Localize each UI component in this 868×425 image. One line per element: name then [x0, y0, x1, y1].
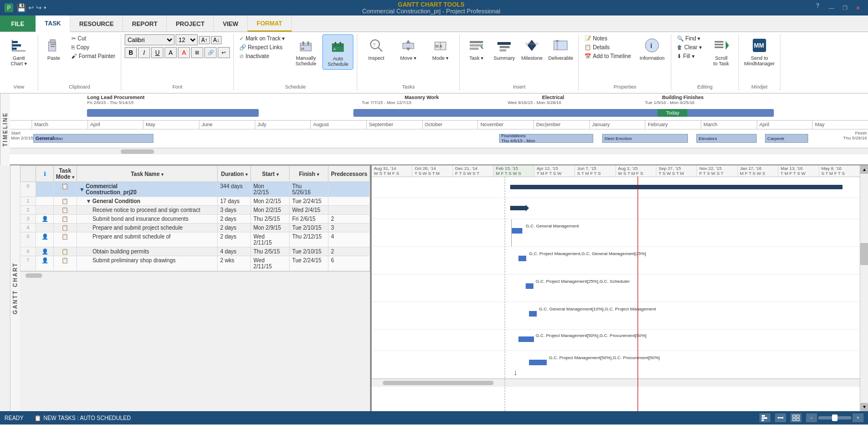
tab-task[interactable]: TASK: [36, 15, 70, 32]
view-gantt-button[interactable]: [759, 413, 771, 422]
table-row[interactable]: 0 📋 ▼ CommercialConstruction_prj20 344 d…: [20, 182, 370, 197]
highlight-button[interactable]: A: [165, 47, 177, 58]
col-header-duration: Duration ▾: [218, 166, 251, 182]
font-size-select[interactable]: 12: [176, 34, 198, 45]
copy-icon: ⎘: [71, 44, 75, 50]
expand-icon-0[interactable]: ▼: [79, 186, 85, 193]
add-to-timeline-button[interactable]: 📅 Add to Timeline: [582, 52, 633, 60]
chart-hscroll[interactable]: [372, 379, 860, 387]
format-cells-button[interactable]: ⊞: [191, 47, 203, 58]
cut-button[interactable]: ✂ Cut: [69, 34, 117, 43]
scroll-to-task-button[interactable]: Scrollto Task: [707, 34, 735, 69]
font-size-up-icon[interactable]: A↑: [199, 36, 210, 44]
mode-button[interactable]: M A Mode ▾: [425, 34, 456, 63]
scroll-up-button[interactable]: ▲: [860, 165, 868, 174]
vertical-scrollbar[interactable]: ▲ ▼: [860, 165, 868, 411]
mark-on-track-button[interactable]: ✓ Mark on Track ▾: [237, 34, 287, 43]
chart-resource-3: G.C. Project Management,G.C. General Man…: [529, 251, 646, 256]
scroll-thumb[interactable]: [860, 243, 868, 265]
chart-row-1: [372, 198, 860, 219]
deliverable-button[interactable]: Deliverable: [546, 34, 575, 63]
zoom-in-button[interactable]: +: [852, 413, 864, 422]
zoom-slider[interactable]: [818, 416, 851, 419]
scroll-down-button[interactable]: ▼: [860, 403, 868, 411]
view-group-content: GanttChart ▾: [3, 34, 34, 91]
details-button[interactable]: 📋 Details: [582, 43, 633, 51]
paste-button[interactable]: Paste: [42, 34, 66, 63]
extra-btn[interactable]: ↩: [218, 47, 230, 58]
table-row[interactable]: 3 👤 📋 Submit bond and insurance document…: [20, 215, 370, 224]
quick-access-toolbar[interactable]: 💾 ↩ ↪ ▾: [17, 3, 47, 12]
font-name-select[interactable]: Calibri: [125, 34, 174, 45]
svg-rect-6: [50, 40, 55, 43]
font-color-button[interactable]: A: [178, 47, 190, 58]
tab-view[interactable]: VIEW: [214, 15, 248, 32]
tab-report[interactable]: REPORT: [123, 15, 167, 32]
notes-label: Notes: [593, 35, 607, 42]
milestone-button[interactable]: Milestone: [518, 34, 545, 63]
move-label: Move ▾: [400, 55, 417, 61]
tab-file[interactable]: FILE: [0, 15, 36, 32]
row-info-4: [36, 224, 54, 232]
auto-schedule-btn[interactable]: A AutoSchedule: [322, 34, 353, 70]
redo-icon[interactable]: ↪: [36, 4, 42, 12]
table-row[interactable]: 1 📋 ▼ General Condition 17 days Mon 2/2/…: [20, 197, 370, 206]
deliverable-label: Deliverable: [548, 55, 573, 61]
row-name-3: Submit bond and insurance documents: [76, 215, 218, 224]
tl-hscroll-thumb[interactable]: [121, 149, 154, 154]
zoom-thumb[interactable]: [832, 414, 838, 421]
tl-hscroll[interactable]: [10, 148, 868, 154]
inspect-button[interactable]: ? Inspect: [361, 34, 392, 63]
find-button[interactable]: 🔍 Find ▾: [675, 34, 704, 43]
underline-button[interactable]: U: [151, 47, 163, 58]
minimize-button[interactable]: —: [826, 2, 837, 13]
tab-format[interactable]: FORMAT: [248, 15, 291, 32]
table-row[interactable]: 4 📋 Prepare and submit project schedule …: [20, 224, 370, 232]
svg-text:?: ?: [373, 42, 376, 48]
zoom-out-button[interactable]: −: [806, 413, 817, 422]
gantt-table-hscroll[interactable]: [20, 271, 370, 279]
format-painter-button[interactable]: 🖌 Format Painter: [69, 52, 117, 60]
clear-button[interactable]: 🗑 Clear ▾: [675, 43, 704, 51]
link-button[interactable]: 🔗: [204, 47, 217, 58]
expand-icon-1[interactable]: ▼: [86, 198, 91, 204]
send-to-mindmanager-button[interactable]: MM Send toMindManager: [742, 34, 777, 69]
gantt-chart-button[interactable]: GanttChart ▾: [3, 34, 34, 69]
task-button[interactable]: Task ▾: [463, 34, 490, 63]
save-icon[interactable]: 💾: [17, 3, 26, 12]
window-controls[interactable]: ? — ❐ ✕: [816, 2, 864, 13]
restore-button[interactable]: ❐: [839, 2, 850, 13]
table-row[interactable]: 7 👤 📋 Submit preliminary shop drawings 2…: [20, 256, 370, 271]
font-size-down-icon[interactable]: A↓: [211, 36, 222, 44]
gantt-table-hscroll-thumb[interactable]: [25, 273, 42, 278]
table-row[interactable]: 2 📋 Receive notice to proceed and sign c…: [20, 206, 370, 215]
undo-icon[interactable]: ↩: [28, 4, 34, 12]
tasks-group-content: ? Inspect Move ▾ M A Mode ▾: [361, 34, 456, 91]
copy-button[interactable]: ⎘ Copy: [69, 43, 117, 51]
insert-group-content: Task ▾ Summary Milestone: [463, 34, 575, 91]
information-button[interactable]: i Information: [636, 34, 667, 63]
bold-button[interactable]: B: [125, 47, 137, 58]
view-timeline-button[interactable]: [775, 413, 786, 422]
view-grid-button[interactable]: [790, 413, 802, 422]
chart-date-dec21: Dec 21, '14F T S W S T: [453, 165, 494, 177]
italic-button[interactable]: I: [138, 47, 150, 58]
chart-hscroll-thumb[interactable]: [383, 381, 494, 385]
table-row[interactable]: 5 👤 📋 Prepare and submit schedule of 2 d…: [20, 232, 370, 247]
chart-resource-4: G.C. Project Management[25%],G.C. Schedu…: [536, 279, 630, 284]
manually-schedule-btn[interactable]: M ManuallySchedule: [290, 34, 321, 69]
fill-button[interactable]: ⬇ Fill ▾: [675, 52, 704, 60]
svg-rect-10: [302, 42, 304, 45]
move-button[interactable]: Move ▾: [393, 34, 424, 63]
tab-project[interactable]: PROJECT: [167, 15, 214, 32]
timeline-sidebar-label: TIMELINE: [0, 94, 10, 165]
tab-resource[interactable]: RESOURCE: [70, 15, 123, 32]
table-row[interactable]: 6 👤 📋 Obtain building permits 4 days Thu…: [20, 247, 370, 256]
help-icon[interactable]: ?: [816, 2, 819, 13]
respect-links-button[interactable]: 🔗 Respect Links: [237, 43, 287, 51]
inactivate-button[interactable]: ⊘ Inactivate: [237, 52, 287, 60]
ribbon-group-mindjet: MM Send toMindManager Mindjet: [739, 34, 780, 91]
close-button[interactable]: ✕: [852, 2, 864, 13]
notes-button[interactable]: 📝 Notes: [582, 34, 633, 43]
summary-button[interactable]: Summary: [491, 34, 517, 63]
